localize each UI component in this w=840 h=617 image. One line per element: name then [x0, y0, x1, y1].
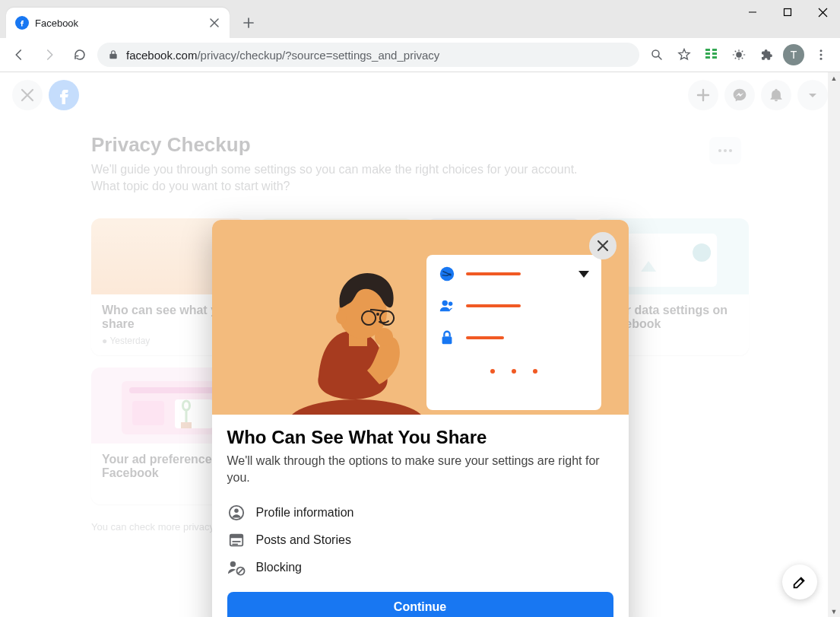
svg-rect-36 [232, 541, 240, 542]
compose-fab-button[interactable] [782, 565, 817, 600]
svg-rect-6 [712, 52, 717, 55]
svg-point-10 [820, 54, 823, 56]
window-close-button[interactable] [805, 0, 840, 24]
svg-point-29 [442, 301, 447, 306]
svg-point-22 [288, 399, 425, 415]
svg-point-30 [448, 302, 452, 307]
svg-point-8 [736, 52, 742, 58]
svg-point-33 [234, 508, 239, 513]
nav-forward-button[interactable] [36, 42, 62, 68]
svg-rect-31 [442, 336, 452, 344]
posts-icon [227, 531, 246, 549]
facebook-favicon [15, 16, 29, 30]
browser-toolbar: facebook.com/privacy/checkup/?source=set… [0, 38, 840, 72]
extension-grid-icon[interactable] [699, 42, 724, 68]
svg-point-11 [820, 58, 823, 60]
svg-point-28 [439, 267, 453, 281]
modal-title: Who Can See What You Share [227, 427, 613, 448]
modal-body: Who Can See What You Share We'll walk th… [212, 415, 629, 617]
item-profile-information: Profile information [227, 499, 613, 526]
svg-point-26 [336, 310, 347, 324]
window-maximize-button[interactable] [770, 0, 805, 24]
nav-reload-button[interactable] [67, 42, 93, 68]
svg-rect-5 [712, 49, 717, 51]
tab-title: Facebook [35, 17, 202, 29]
bookmark-star-icon[interactable] [671, 42, 697, 68]
extension-bug-icon[interactable] [726, 42, 752, 68]
friends-icon [439, 297, 455, 314]
svg-point-9 [820, 49, 823, 52]
browser-tab[interactable]: Facebook [6, 8, 230, 38]
item-blocking: Blocking [227, 554, 613, 581]
continue-button[interactable]: Continue [227, 592, 613, 617]
zoom-icon[interactable] [644, 42, 670, 68]
profile-icon [227, 504, 246, 522]
pagination-dots [439, 369, 589, 374]
svg-rect-7 [712, 56, 717, 59]
svg-rect-37 [232, 543, 237, 545]
svg-point-27 [376, 313, 379, 316]
browser-tabstrip: Facebook [0, 0, 840, 38]
item-posts-and-stories: Posts and Stories [227, 526, 613, 554]
nav-back-button[interactable] [6, 42, 32, 68]
modal-close-button[interactable] [589, 232, 617, 259]
window-controls [735, 0, 840, 24]
hero-privacy-card [426, 255, 601, 410]
svg-rect-4 [705, 56, 710, 59]
browser-menu-button[interactable] [808, 42, 834, 68]
svg-rect-3 [705, 52, 710, 55]
modal-hero [212, 220, 629, 415]
svg-point-1 [652, 50, 659, 57]
url-bar[interactable]: facebook.com/privacy/checkup/?source=set… [97, 43, 639, 67]
window-minimize-button[interactable] [735, 0, 770, 24]
svg-rect-35 [230, 534, 242, 538]
url-text: facebook.com/privacy/checkup/?source=set… [126, 49, 439, 62]
vertical-scrollbar[interactable]: ▲ ▼ [828, 72, 840, 617]
lock-icon [439, 329, 455, 346]
person-illustration [265, 247, 440, 415]
who-can-see-modal: Who Can See What You Share We'll walk th… [212, 220, 629, 617]
svg-rect-2 [705, 49, 710, 51]
profile-avatar[interactable]: T [781, 42, 807, 68]
modal-description: We'll walk through the options to make s… [227, 453, 613, 487]
extensions-puzzle-icon[interactable] [753, 42, 779, 68]
scroll-down-icon[interactable]: ▼ [828, 606, 840, 617]
blocking-icon [227, 558, 246, 577]
svg-rect-0 [785, 9, 791, 16]
scroll-up-icon[interactable]: ▲ [828, 72, 840, 84]
svg-point-38 [230, 561, 235, 567]
dropdown-icon [578, 271, 589, 278]
globe-icon [439, 266, 455, 282]
tab-close-icon[interactable] [208, 17, 220, 29]
lock-icon [108, 49, 119, 60]
page-viewport: Privacy Checkup We'll guide you through … [0, 72, 840, 617]
new-tab-button[interactable] [237, 11, 260, 34]
